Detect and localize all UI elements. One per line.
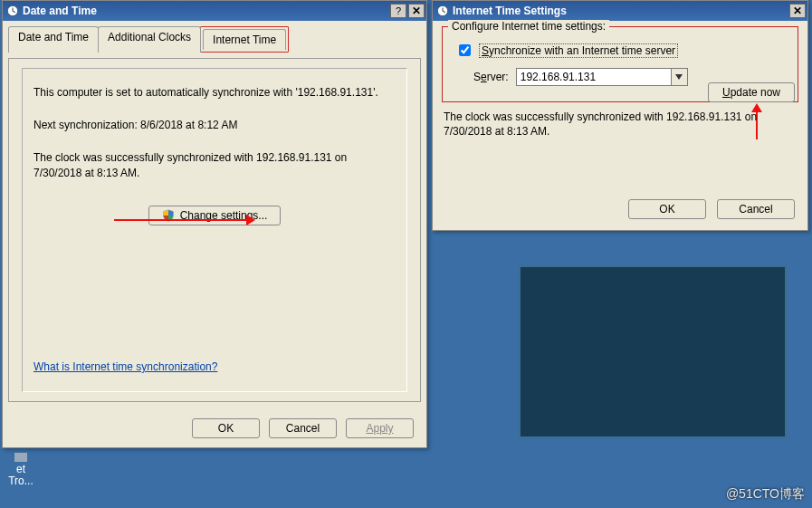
synchronize-label: Synchronize with an Internet time server	[479, 43, 678, 58]
update-now-button[interactable]: Update now	[708, 82, 795, 102]
clock-icon	[6, 5, 19, 17]
help-button[interactable]: ?	[390, 4, 406, 18]
dialog-button-row: OK Cancel	[628, 199, 795, 219]
desktop-icon[interactable]: et Tro...	[0, 453, 42, 487]
tab-label: Internet Time	[213, 34, 276, 46]
titlebar[interactable]: Internet Time Settings ✕	[433, 1, 807, 21]
group-title: Configure Internet time settings:	[448, 20, 609, 33]
tabstrip: Date and Time Additional Clocks Internet…	[3, 21, 426, 53]
svg-marker-4	[675, 74, 683, 80]
uac-shield-icon	[162, 209, 175, 222]
sync-result-text: The clock was successfully synchronized …	[444, 110, 797, 139]
close-button[interactable]: ✕	[789, 4, 806, 18]
desktop-icon-label: et Tro...	[8, 463, 33, 487]
next-sync-text: Next synchronization: 8/6/2018 at 8:12 A…	[33, 118, 396, 132]
cancel-button[interactable]: Cancel	[717, 199, 795, 219]
empty-panel	[519, 265, 787, 438]
change-settings-label: Change settings...	[180, 209, 268, 222]
apply-button[interactable]: Apply	[346, 418, 414, 438]
tab-pane: This computer is set to automatically sy…	[8, 58, 421, 402]
clock-icon	[436, 5, 449, 17]
watermark-text: @51CTO博客	[726, 486, 805, 503]
cancel-button[interactable]: Cancel	[269, 418, 337, 438]
close-button[interactable]: ✕	[408, 4, 425, 18]
window-title: Date and Time	[23, 5, 388, 17]
apply-label: Apply	[366, 422, 393, 435]
server-label: Server:	[473, 71, 509, 83]
server-combobox[interactable]	[516, 68, 688, 86]
change-settings-button[interactable]: Change settings...	[148, 206, 282, 225]
tab-label: Additional Clocks	[108, 31, 191, 43]
tab-additional-clocks[interactable]: Additional Clocks	[98, 26, 201, 53]
titlebar[interactable]: Date and Time ? ✕	[3, 1, 426, 21]
window-title: Internet Time Settings	[453, 5, 788, 17]
last-sync-text: The clock was successfully synchronized …	[33, 150, 396, 179]
ok-button[interactable]: OK	[192, 418, 260, 438]
desktop-icon-glyph	[14, 453, 27, 462]
chevron-down-icon[interactable]	[671, 69, 687, 85]
synchronize-checkbox[interactable]	[459, 44, 471, 56]
tab-internet-time[interactable]: Internet Time	[203, 29, 286, 50]
sync-status-text: This computer is set to automatically sy…	[33, 85, 396, 100]
tab-date-and-time[interactable]: Date and Time	[8, 26, 99, 53]
internet-time-help-link[interactable]: What is Internet time synchronization?	[33, 360, 217, 373]
window-internet-time-settings: Internet Time Settings ✕ Configure Inter…	[432, 0, 808, 231]
tab-label: Date and Time	[18, 31, 89, 43]
server-input[interactable]	[517, 69, 671, 85]
window-date-and-time: Date and Time ? ✕ Date and Time Addition…	[2, 0, 427, 448]
dialog-button-row: OK Cancel Apply	[192, 418, 414, 438]
ok-button[interactable]: OK	[628, 199, 706, 219]
